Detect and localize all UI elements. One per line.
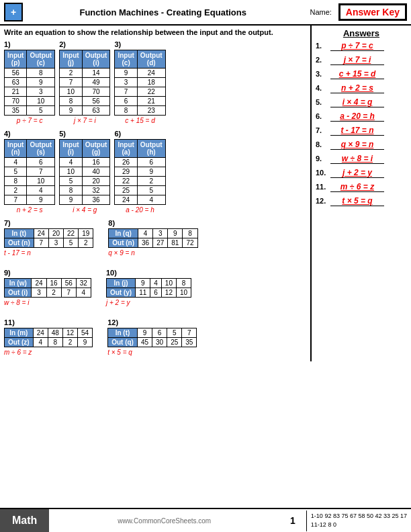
problem-2: 2) Input(j) Output(i) 2147491070856963 j… (59, 40, 110, 124)
table-row: 3 (115, 78, 137, 87)
p9-out-val-3: 7 (61, 288, 76, 298)
problem-11: 11) In (m) 24 48 12 54 Out (z) 4 (4, 318, 93, 356)
problem-6-table: Input(a) Output(h) 266299222255244 (114, 139, 165, 205)
problem-12-number: 12) (107, 318, 118, 326)
p9-in-val-4: 32 (76, 279, 91, 288)
p9-in-val-2: 16 (46, 279, 61, 288)
p11-in-val-2: 48 (48, 328, 62, 338)
p11-out-val-2: 8 (48, 338, 62, 347)
table-row: 56 (82, 97, 110, 106)
answer-key-item: 5.i × 4 = g (316, 97, 407, 107)
table-row: 8 (60, 186, 82, 195)
table-row: 9 (137, 167, 165, 177)
p1-col1-header: Input(p) (5, 50, 27, 69)
p9-in-val-1: 24 (32, 279, 46, 288)
problem-5: 5) Input(i) Output(g) 4161040520832936 i… (59, 130, 110, 214)
p8-out-val-4: 72 (183, 238, 197, 248)
problem-6-number: 6) (114, 130, 121, 138)
table-row: 2 (5, 186, 27, 195)
p8-in-val-2: 3 (153, 229, 168, 238)
table-row: 36 (82, 195, 110, 205)
problem-11-number: 11) (4, 318, 15, 326)
table-row: 5 (27, 106, 55, 116)
ak-item-number: 10. (316, 169, 330, 177)
table-row: 9 (115, 69, 137, 78)
score-row-1: 1-10 92 83 75 67 58 50 42 33 25 17 (311, 512, 407, 521)
ak-item-answer: q × 9 = n (330, 140, 384, 150)
p12-out-val-2: 30 (152, 338, 167, 347)
p8-in-val-4: 8 (183, 229, 197, 238)
p1-equation: p ÷ 7 = c (17, 117, 43, 124)
p8-in-label: In (q) (109, 229, 138, 238)
page-header: + Function Machines - Creating Equations… (0, 0, 411, 26)
problem-6: 6) Input(a) Output(h) 266299222255244 a … (114, 130, 165, 214)
p7-out-val-1: 7 (34, 238, 48, 248)
ak-item-number: 4. (316, 84, 330, 92)
ak-item-answer: j + 2 = y (330, 168, 384, 178)
table-row: 8 (60, 97, 82, 106)
table-row: 5 (137, 186, 165, 195)
ak-item-number: 11. (316, 183, 330, 191)
p7-in-val-1: 24 (34, 229, 48, 238)
problem-7-number: 7) (4, 219, 11, 227)
p12-in-label: In (t) (108, 328, 138, 338)
table-row: 63 (82, 106, 110, 116)
table-row: 70 (5, 97, 27, 106)
problem-10-number: 10) (106, 269, 117, 277)
ak-item-number: 7. (316, 126, 330, 134)
p10-out-val-1: 11 (136, 288, 150, 298)
table-row: 5 (60, 177, 82, 186)
ak-item-number: 5. (316, 98, 330, 106)
table-row: 10 (60, 167, 82, 177)
table-row: 4 (137, 195, 165, 205)
problem-3-number: 3) (114, 40, 121, 48)
p12-in-val-3: 5 (167, 328, 182, 338)
ak-item-answer: t × 5 = q (330, 196, 384, 206)
p12-in-val-2: 6 (152, 328, 167, 338)
answer-key-title: Answers (316, 28, 407, 38)
p6-col1-header: Input(a) (115, 140, 137, 158)
table-row: 3 (27, 87, 55, 97)
p3-col2-header: Output(d) (137, 50, 165, 69)
table-row: 4 (5, 158, 27, 167)
table-row: 26 (115, 158, 137, 167)
table-row: 22 (115, 177, 137, 186)
score-row-2: 11-12 8 0 (311, 521, 407, 530)
table-row: 49 (82, 78, 110, 87)
p12-equation: t × 5 = q (107, 349, 132, 356)
ak-item-answer: c + 15 = d (330, 69, 384, 79)
problems-row-2: 4) Input(n) Output(s) 46578102479 n + 2 … (4, 130, 306, 214)
problem-2-number: 2) (59, 40, 66, 48)
problem-10: 10) In (j) 9 4 10 8 Out (y) 11 (106, 269, 191, 306)
table-row: 7 (115, 87, 137, 97)
problem-1: 1) Input(p) Output(c) 5686392137010355 p… (4, 40, 55, 124)
p10-in-val-2: 4 (150, 279, 162, 288)
answer-key-item: 10.j + 2 = y (316, 168, 407, 178)
table-row: 32 (82, 186, 110, 195)
table-row: 7 (60, 78, 82, 87)
p7-equation: t - 17 = n (4, 249, 31, 257)
p9-out-val-1: 3 (32, 288, 46, 298)
table-row: 21 (137, 97, 165, 106)
page-title: Function Machines - Creating Equations (23, 7, 303, 17)
problem-1-number: 1) (4, 40, 11, 48)
table-row: 18 (137, 78, 165, 87)
table-row: 24 (115, 195, 137, 205)
table-row: 29 (115, 167, 137, 177)
ak-item-number: 6. (316, 112, 330, 120)
p8-out-val-1: 36 (138, 238, 153, 248)
p8-out-val-3: 81 (168, 238, 183, 248)
p5-col2-header: Output(g) (82, 140, 110, 158)
table-row: 7 (5, 195, 27, 205)
p9-out-val-4: 4 (76, 288, 91, 298)
p7-in-val-2: 20 (48, 229, 63, 238)
answer-key-item: 7.t - 17 = n (316, 126, 407, 136)
table-row: 56 (5, 69, 27, 78)
problem-12-table: In (t) 9 6 5 7 Out (q) 45 30 25 35 (107, 328, 197, 347)
p11-in-label: In (m) (5, 328, 34, 338)
answer-key-item: 11.m ÷ 6 = z (316, 182, 407, 192)
ak-item-answer: j × 7 = i (330, 55, 384, 65)
main-container: Write an equation to show the relationsh… (0, 26, 411, 361)
p7-out-label: Out (n) (5, 238, 34, 248)
footer-page-number: 1 (279, 515, 306, 526)
